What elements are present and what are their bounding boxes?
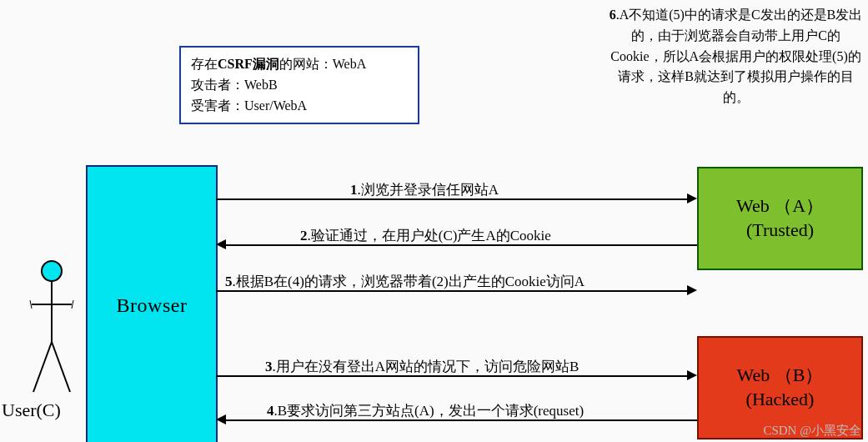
browser-label: Browser xyxy=(117,294,188,317)
web-b-title: Web （B） xyxy=(737,364,824,388)
step2-label: 2.验证通过，在用户处(C)产生A的Cookie xyxy=(300,226,551,245)
svg-line-5 xyxy=(30,300,32,309)
step5-label: 5.根据B在(4)的请求，浏览器带着(2)出产生的Cookie访问A xyxy=(225,272,585,291)
browser-box: Browser xyxy=(86,165,218,442)
web-b-sub: (Hacked) xyxy=(746,388,815,412)
svg-point-0 xyxy=(42,261,62,281)
legend-line2: 攻击者：WebB xyxy=(191,75,408,96)
legend-box: 存在CSRF漏洞的网站：WebA 攻击者：WebB 受害者：User/WebA xyxy=(179,46,419,124)
watermark: CSDN @小黑安全 xyxy=(763,423,861,439)
arrowhead-step5 xyxy=(687,285,697,295)
legend-line1: 存在CSRF漏洞的网站：WebA xyxy=(191,54,408,75)
web-a-title: Web （A） xyxy=(736,194,824,218)
web-a-sub: (Trusted) xyxy=(746,218,814,243)
arrowhead-step2 xyxy=(216,239,226,249)
legend-line3: 受害者：User/WebA xyxy=(191,96,408,117)
arrowhead-step1 xyxy=(687,193,697,203)
arrowhead-step3 xyxy=(687,370,697,380)
user-label: User(C) xyxy=(2,399,61,421)
web-a-box: Web （A） (Trusted) xyxy=(697,167,863,270)
svg-line-6 xyxy=(72,300,73,309)
arrowhead-step4 xyxy=(216,414,226,424)
step1-label: 1.浏览并登录信任网站A xyxy=(350,180,499,199)
svg-line-3 xyxy=(33,342,52,392)
step4-label: 4.B要求访问第三方站点(A)，发出一个请求(requset) xyxy=(267,401,584,420)
step6-note: 6.A不知道(5)中的请求是C发出的还是B发出的，由于浏览器会自动带上用户C的C… xyxy=(609,5,863,108)
svg-line-4 xyxy=(52,342,70,392)
step3-label: 3.用户在没有登出A网站的情况下，访问危险网站B xyxy=(265,357,579,376)
user-icon xyxy=(27,259,77,399)
